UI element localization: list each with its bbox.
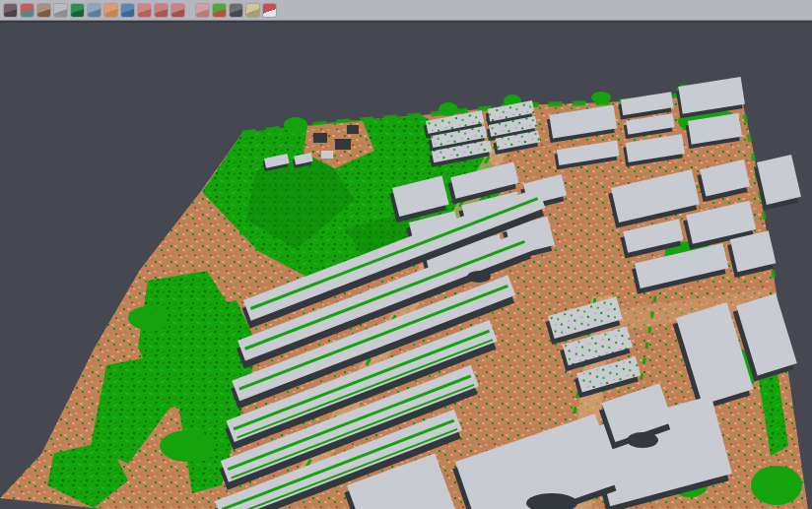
classified-points-icon[interactable] [21,4,34,17]
extent-red-icon[interactable] [171,4,184,17]
sparse-points-icon[interactable] [54,4,67,17]
target-red-icon[interactable] [155,4,168,17]
flatten-yellow-icon[interactable] [246,4,259,17]
app-window [0,0,812,509]
toolbar [0,0,812,21]
layers-red-icon[interactable] [138,4,151,17]
colormap-icon[interactable] [213,4,226,17]
mesh-dark-icon[interactable] [4,4,17,17]
3d-viewport[interactable] [0,21,812,509]
scene-canvas[interactable] [0,23,812,509]
ortho-orange-icon[interactable] [104,4,117,17]
clip-red-icon[interactable] [263,4,276,17]
terrain-brown-icon[interactable] [37,4,50,17]
terrain-green-icon[interactable] [71,4,84,17]
sphere-dark-icon[interactable] [230,4,242,17]
grid-red-icon[interactable] [196,4,209,17]
profile-blue-icon[interactable] [88,4,101,17]
globe-icon[interactable] [121,4,134,17]
